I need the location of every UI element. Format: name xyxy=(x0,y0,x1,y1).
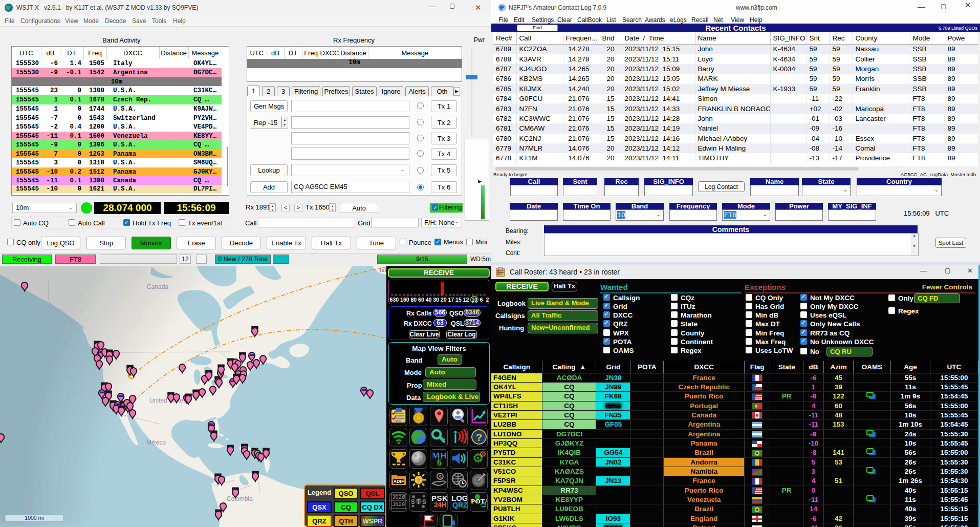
svg-text:?: ? xyxy=(476,431,483,443)
svg-text:México: México xyxy=(146,439,166,446)
svg-text:Colombia: Colombia xyxy=(227,495,253,502)
svg-text:S T S: S T S xyxy=(411,498,426,505)
svg-text:⚙: ⚙ xyxy=(479,450,486,458)
svg-text:$: $ xyxy=(439,474,441,479)
svg-text:Canada: Canada xyxy=(147,283,168,290)
svg-text:Ísl: Ísl xyxy=(380,267,386,273)
svg-text:ADIF: ADIF xyxy=(394,479,404,484)
svg-text:1000 mi: 1000 mi xyxy=(25,515,43,521)
